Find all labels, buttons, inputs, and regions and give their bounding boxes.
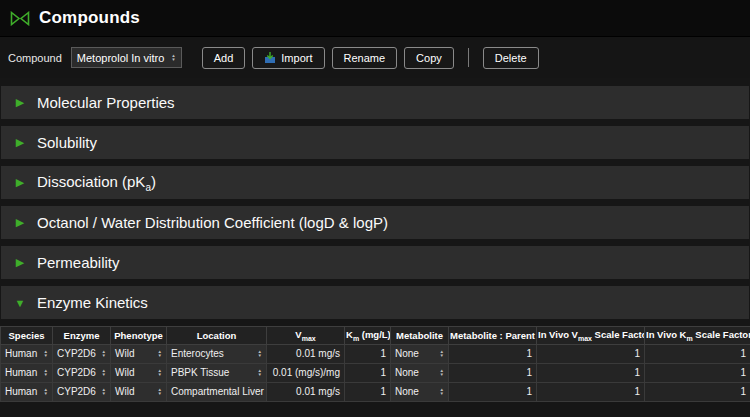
- spinner-icon: ▲▼: [44, 350, 48, 358]
- col-invivo-km: In Vivo Km Scale Factor: [645, 327, 750, 345]
- col-phenotype: Phenotype: [111, 327, 167, 345]
- section-solubility[interactable]: ▶ Solubility: [1, 126, 749, 159]
- spinner-icon: ▲▼: [102, 369, 106, 377]
- spinner-icon: ▲▼: [44, 369, 48, 377]
- compound-toolbar: Compound Metoprolol In vitro ▲▼ Add Impo…: [0, 37, 750, 78]
- col-species: Species: [1, 327, 53, 345]
- metabolite-cell[interactable]: None▲▼: [391, 382, 449, 401]
- collapsed-arrow-icon: ▶: [14, 96, 26, 109]
- collapsed-arrow-icon: ▶: [14, 216, 26, 229]
- col-km: Km (mg/L): [345, 327, 391, 345]
- section-label: Solubility: [37, 134, 97, 151]
- spinner-icon: ▲▼: [440, 350, 444, 358]
- location-cell[interactable]: Enterocytes▲▼: [167, 344, 267, 363]
- col-location: Location: [167, 327, 267, 345]
- copy-button[interactable]: Copy: [404, 47, 454, 69]
- location-cell[interactable]: Compartmental Liver▲▼: [167, 382, 267, 401]
- spinner-icon: ▲▼: [158, 350, 162, 358]
- km-cell[interactable]: 1: [345, 363, 391, 382]
- import-icon: [264, 52, 276, 64]
- col-vmax: Vmax: [267, 327, 345, 345]
- table-row: Human▲▼ CYP2D6▲▼ Wild▲▼ PBPK Tissue▲▼ 0.…: [1, 363, 750, 382]
- section-label: Molecular Properties: [37, 94, 175, 111]
- enzyme-kinetics-grid: Species Enzyme Phenotype Location Vmax K…: [0, 326, 750, 417]
- compound-select-value: Metoprolol In vitro: [77, 52, 164, 64]
- import-button[interactable]: Import: [252, 47, 324, 69]
- compound-select[interactable]: Metoprolol In vitro ▲▼: [71, 47, 182, 68]
- accordion: ▶ Molecular Properties ▶ Solubility ▶ Di…: [0, 78, 750, 326]
- phenotype-cell[interactable]: Wild▲▼: [111, 382, 167, 401]
- collapsed-arrow-icon: ▶: [14, 256, 26, 269]
- enzyme-cell[interactable]: CYP2D6▲▼: [53, 344, 111, 363]
- spinner-icon: ▲▼: [258, 350, 262, 358]
- table-row: Human▲▼ CYP2D6▲▼ Wild▲▼ Compartmental Li…: [1, 382, 750, 401]
- invivo-vmax-cell[interactable]: 1: [537, 344, 645, 363]
- spinner-icon: ▲▼: [158, 369, 162, 377]
- compounds-logo-icon: [10, 11, 30, 26]
- metabolite-parent-cell[interactable]: 1: [449, 382, 537, 401]
- collapsed-arrow-icon: ▶: [14, 136, 26, 149]
- compound-label: Compound: [8, 52, 62, 64]
- invivo-km-cell[interactable]: 1: [645, 344, 750, 363]
- section-label: Permeability: [37, 254, 120, 271]
- vmax-cell[interactable]: 0.01 mg/s: [267, 382, 345, 401]
- vmax-cell[interactable]: 0.01 mg/s: [267, 344, 345, 363]
- section-enzyme-kinetics[interactable]: ▼ Enzyme Kinetics: [1, 286, 749, 319]
- spinner-icon: ▲▼: [102, 388, 106, 396]
- compounds-window: Compounds Compound Metoprolol In vitro ▲…: [0, 0, 750, 417]
- invivo-km-cell[interactable]: 1: [645, 363, 750, 382]
- delete-button[interactable]: Delete: [483, 47, 539, 69]
- col-invivo-vmax: In Vivo Vmax Scale Factor: [537, 327, 645, 345]
- spinner-icon: ▲▼: [440, 388, 444, 396]
- collapsed-arrow-icon: ▶: [14, 176, 26, 189]
- phenotype-cell[interactable]: Wild▲▼: [111, 344, 167, 363]
- spinner-icon: ▲▼: [44, 388, 48, 396]
- invivo-km-cell[interactable]: 1: [645, 382, 750, 401]
- col-metabolite: Metabolite: [391, 327, 449, 345]
- table-row: Human▲▼ CYP2D6▲▼ Wild▲▼ Enterocytes▲▼ 0.…: [1, 344, 750, 363]
- add-button[interactable]: Add: [202, 47, 246, 69]
- km-cell[interactable]: 1: [345, 344, 391, 363]
- species-cell[interactable]: Human▲▼: [1, 363, 53, 382]
- vmax-cell[interactable]: 0.01 (mg/s)/mg: [267, 363, 345, 382]
- metabolite-parent-cell[interactable]: 1: [449, 344, 537, 363]
- enzyme-cell[interactable]: CYP2D6▲▼: [53, 382, 111, 401]
- metabolite-parent-cell[interactable]: 1: [449, 363, 537, 382]
- section-dissociation[interactable]: ▶ Dissociation (pKa): [1, 166, 749, 199]
- col-enzyme: Enzyme: [53, 327, 111, 345]
- spinner-icon: ▲▼: [258, 369, 262, 377]
- rename-button[interactable]: Rename: [332, 47, 398, 69]
- metabolite-cell[interactable]: None▲▼: [391, 344, 449, 363]
- spinner-icon: ▲▼: [158, 388, 162, 396]
- spinner-icon: ▲▼: [440, 369, 444, 377]
- page-title: Compounds: [39, 8, 140, 28]
- section-molecular-properties[interactable]: ▶ Molecular Properties: [1, 86, 749, 119]
- spinner-icon: ▲▼: [102, 350, 106, 358]
- section-label: Octanol / Water Distribution Coefficient…: [37, 214, 388, 231]
- invivo-vmax-cell[interactable]: 1: [537, 363, 645, 382]
- species-cell[interactable]: Human▲▼: [1, 344, 53, 363]
- spinner-icon: ▲▼: [171, 54, 175, 62]
- section-octanol-water[interactable]: ▶ Octanol / Water Distribution Coefficie…: [1, 206, 749, 239]
- section-label: Dissociation (pKa): [37, 173, 156, 193]
- app-header: Compounds: [0, 0, 750, 37]
- toolbar-divider: [468, 48, 469, 67]
- species-cell[interactable]: Human▲▼: [1, 382, 53, 401]
- expanded-arrow-icon: ▼: [14, 297, 26, 309]
- phenotype-cell[interactable]: Wild▲▼: [111, 363, 167, 382]
- col-metabolite-parent: Metabolite : Parent: [449, 327, 537, 345]
- table-header-row: Species Enzyme Phenotype Location Vmax K…: [1, 327, 750, 345]
- section-label: Enzyme Kinetics: [37, 294, 148, 311]
- metabolite-cell[interactable]: None▲▼: [391, 363, 449, 382]
- invivo-vmax-cell[interactable]: 1: [537, 382, 645, 401]
- location-cell[interactable]: PBPK Tissue▲▼: [167, 363, 267, 382]
- section-permeability[interactable]: ▶ Permeability: [1, 246, 749, 279]
- km-cell[interactable]: 1: [345, 382, 391, 401]
- enzyme-cell[interactable]: CYP2D6▲▼: [53, 363, 111, 382]
